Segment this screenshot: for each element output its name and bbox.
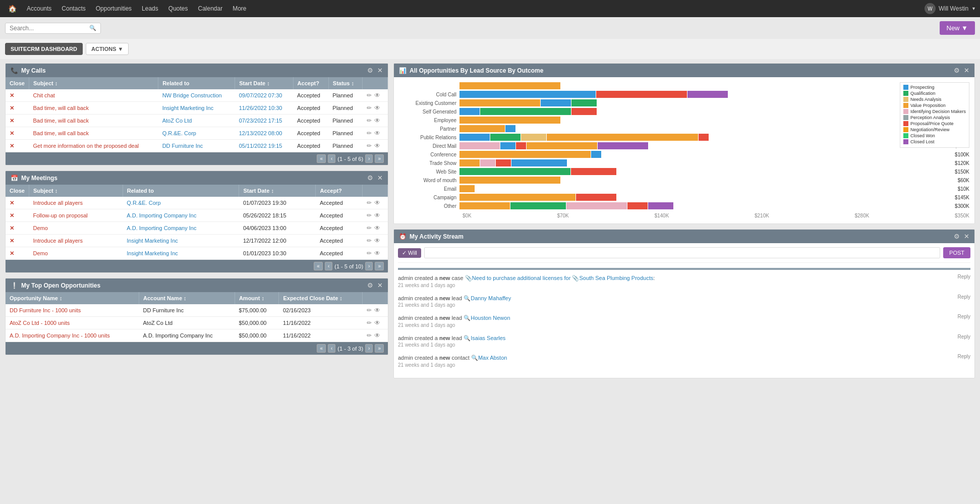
page-last[interactable]: » <box>375 344 384 353</box>
view-icon[interactable]: 👁 <box>374 104 380 111</box>
close-icon[interactable]: ✕ <box>10 238 14 244</box>
date-link[interactable]: 09/07/2022 07:30 <box>239 92 282 98</box>
subject-link[interactable]: Chit chat <box>33 92 54 98</box>
edit-icon[interactable]: ✏ <box>367 250 372 257</box>
activity-close-button[interactable]: ✕ <box>964 233 969 240</box>
reply-button[interactable]: Reply <box>957 274 970 279</box>
edit-icon[interactable]: ✏ <box>367 319 372 326</box>
opp-name-link[interactable]: A.D. Importing Company Inc - 1000 units <box>10 332 110 339</box>
reply-button[interactable]: Reply <box>957 314 970 319</box>
subject-link[interactable]: Introduce all players <box>33 200 82 206</box>
date-link[interactable]: 07/23/2022 17:15 <box>239 118 282 124</box>
close-icon[interactable]: ✕ <box>10 92 14 98</box>
view-icon[interactable]: 👁 <box>374 332 380 339</box>
page-prev[interactable]: ‹ <box>328 344 335 353</box>
search-input[interactable] <box>10 25 89 32</box>
home-icon[interactable]: 🏠 <box>4 3 21 15</box>
activity-link[interactable]: 🔍Houston Newon <box>464 315 510 321</box>
view-icon[interactable]: 👁 <box>374 199 380 206</box>
related-link[interactable]: Insight Marketing Inc <box>127 250 178 256</box>
related-link[interactable]: DD Furniture Inc <box>162 143 203 149</box>
close-icon[interactable]: ✕ <box>10 105 14 111</box>
subject-link[interactable]: Get more information on the proposed dea… <box>33 143 139 149</box>
nav-opportunities[interactable]: Opportunities <box>92 3 136 14</box>
page-next[interactable]: › <box>365 262 373 270</box>
actions-button[interactable]: ACTIONS ▼ <box>86 43 129 55</box>
close-cell[interactable]: ✕ <box>6 89 29 102</box>
my-opp-close-button[interactable]: ✕ <box>377 282 383 289</box>
close-cell[interactable]: ✕ <box>6 140 29 152</box>
my-opp-settings-button[interactable]: ⚙ <box>367 282 373 289</box>
view-icon[interactable]: 👁 <box>374 319 380 326</box>
edit-icon[interactable]: ✏ <box>367 225 372 232</box>
close-icon[interactable]: ✕ <box>10 225 14 231</box>
page-last[interactable]: » <box>375 262 384 270</box>
subject-link[interactable]: Bad time, will call back <box>33 105 89 111</box>
page-first[interactable]: « <box>317 154 326 163</box>
nav-more[interactable]: More <box>228 3 250 14</box>
close-icon[interactable]: ✕ <box>10 130 14 136</box>
related-link[interactable]: AtoZ Co Ltd <box>162 118 192 124</box>
activity-link[interactable]: 🔍Isaias Searles <box>464 335 505 341</box>
view-icon[interactable]: 👁 <box>374 92 380 99</box>
new-button[interactable]: New ▼ <box>940 21 975 35</box>
close-cell[interactable]: ✕ <box>6 102 29 115</box>
subject-link[interactable]: Demo <box>33 225 47 231</box>
view-icon[interactable]: 👁 <box>374 225 380 232</box>
close-cell[interactable]: ✕ <box>6 115 29 127</box>
user-menu[interactable]: W Will Westin ▼ <box>925 3 976 14</box>
related-link[interactable]: A.D. Importing Company Inc <box>127 225 196 231</box>
activity-input[interactable] <box>424 247 940 258</box>
page-first[interactable]: « <box>317 344 326 353</box>
close-cell[interactable]: ✕ <box>6 247 29 260</box>
nav-calendar[interactable]: Calendar <box>194 3 227 14</box>
view-icon[interactable]: 👁 <box>374 142 380 149</box>
nav-leads[interactable]: Leads <box>138 3 162 14</box>
opp-name-link[interactable]: AtoZ Co Ltd - 1000 units <box>10 320 70 326</box>
chart-close-button[interactable]: ✕ <box>964 67 969 74</box>
page-prev[interactable]: ‹ <box>328 154 335 163</box>
page-next[interactable]: › <box>365 154 373 163</box>
close-cell[interactable]: ✕ <box>6 235 29 247</box>
close-icon[interactable]: ✕ <box>10 143 14 149</box>
edit-icon[interactable]: ✏ <box>367 117 372 124</box>
activity-link[interactable]: 🔍Max Abston <box>471 355 507 361</box>
subject-link[interactable]: Introduce all players <box>33 238 82 244</box>
reply-button[interactable]: Reply <box>957 294 970 300</box>
edit-icon[interactable]: ✏ <box>367 104 372 111</box>
page-next[interactable]: › <box>365 344 373 353</box>
suitecrm-dashboard-button[interactable]: SUITECRM DASHBOARD <box>5 43 83 55</box>
edit-icon[interactable]: ✏ <box>367 332 372 339</box>
close-cell[interactable]: ✕ <box>6 197 29 209</box>
activity-settings-button[interactable]: ⚙ <box>954 233 960 240</box>
close-cell[interactable]: ✕ <box>6 209 29 222</box>
close-icon[interactable]: ✕ <box>10 200 14 206</box>
close-icon[interactable]: ✕ <box>10 118 14 124</box>
edit-icon[interactable]: ✏ <box>367 142 372 149</box>
related-link[interactable]: NW Bridge Construction <box>162 92 222 98</box>
subject-link[interactable]: Bad time, will call back <box>33 118 89 124</box>
edit-icon[interactable]: ✏ <box>367 307 372 314</box>
view-icon[interactable]: 👁 <box>374 250 380 257</box>
related-link[interactable]: Insight Marketing Inc <box>127 238 178 244</box>
view-icon[interactable]: 👁 <box>374 117 380 124</box>
reply-button[interactable]: Reply <box>957 354 970 359</box>
view-icon[interactable]: 👁 <box>374 212 380 219</box>
chart-settings-button[interactable]: ⚙ <box>954 67 960 74</box>
close-icon[interactable]: ✕ <box>10 212 14 218</box>
date-link[interactable]: 11/26/2022 10:30 <box>239 105 282 111</box>
nav-quotes[interactable]: Quotes <box>164 3 192 14</box>
edit-icon[interactable]: ✏ <box>367 199 372 206</box>
my-meetings-close-button[interactable]: ✕ <box>377 174 383 182</box>
nav-accounts[interactable]: Accounts <box>23 3 55 14</box>
subject-link[interactable]: Follow-up on proposal <box>33 212 87 218</box>
post-button[interactable]: POST <box>943 247 970 258</box>
close-cell[interactable]: ✕ <box>6 127 29 140</box>
subject-link[interactable]: Bad time, will call back <box>33 130 89 136</box>
edit-icon[interactable]: ✏ <box>367 237 372 244</box>
edit-icon[interactable]: ✏ <box>367 212 372 219</box>
related-link[interactable]: Q.R.&E. Corp <box>127 200 160 206</box>
close-cell[interactable]: ✕ <box>6 222 29 235</box>
edit-icon[interactable]: ✏ <box>367 92 372 99</box>
subject-link[interactable]: Demo <box>33 250 47 256</box>
